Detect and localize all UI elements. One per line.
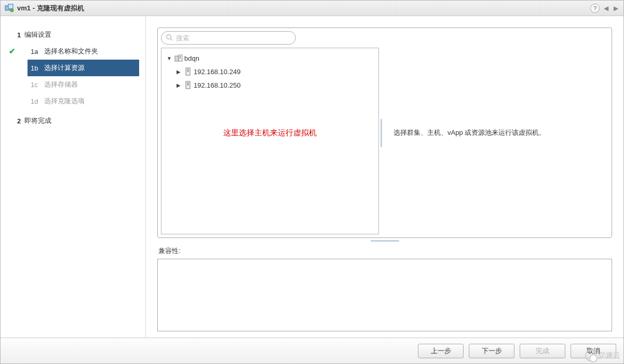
collapse-icon[interactable]: ▼ (166, 55, 173, 61)
step-2: 2 即将完成 (1, 113, 145, 129)
tree-column: ▼ bdqn ▶ 192. (161, 31, 379, 234)
search-icon (166, 34, 173, 43)
help-button[interactable]: ? (590, 4, 600, 13)
wizard-sidebar: 1 编辑设置 ✔ 1a 选择名称和文件夹 1b 选择计算资源 (1, 16, 146, 338)
tree-host-node[interactable]: ▶ 192.168.10.249 (173, 65, 376, 78)
substep-1b-label: 选择计算资源 (44, 63, 85, 73)
checkmark-icon: ✔ (7, 47, 17, 56)
substep-1c-label: 选择存储器 (44, 80, 78, 89)
dialog-body: 1 编辑设置 ✔ 1a 选择名称和文件夹 1b 选择计算资源 (1, 16, 623, 338)
svg-point-3 (167, 35, 171, 39)
substep-1b[interactable]: 1b 选择计算资源 (1, 60, 145, 76)
tree-datacenter-node[interactable]: ▼ bdqn (164, 51, 376, 65)
compatibility-panel (157, 259, 612, 331)
substep-1b-num: 1b (31, 64, 44, 72)
step-2-label: 即将完成 (24, 116, 51, 125)
svg-rect-8 (180, 58, 181, 59)
horizontal-splitter[interactable] (157, 238, 612, 243)
annotation-text: 这里选择主机来运行虚拟机 (164, 128, 376, 138)
step-1-num: 1 (17, 31, 24, 39)
wizard-content: ▼ bdqn ▶ 192. (146, 16, 623, 338)
svg-rect-5 (175, 56, 179, 61)
substep-1d-label: 选择克隆选项 (44, 96, 85, 106)
substep-1c-num: 1c (31, 81, 44, 89)
datacenter-icon (174, 54, 183, 62)
nav-prev-icon[interactable]: ◀ (603, 5, 609, 12)
dialog-title: vm1 - 克隆现有虚拟机 (17, 4, 84, 13)
wizard-footer: 上一步 下一步 完成 取消 (1, 338, 623, 363)
vm-icon (5, 4, 14, 13)
substep-1a[interactable]: ✔ 1a 选择名称和文件夹 (1, 43, 145, 60)
resource-selection-panel: ▼ bdqn ▶ 192. (157, 27, 612, 238)
compatibility-label: 兼容性: (158, 246, 612, 256)
substep-1d-num: 1d (31, 97, 44, 105)
substep-1a-label: 选择名称和文件夹 (44, 47, 98, 56)
step-2-num: 2 (17, 117, 24, 125)
svg-rect-1 (8, 4, 13, 9)
titlebar-controls: ? ◀ ▶ (590, 4, 619, 13)
titlebar: vm1 - 克隆现有虚拟机 ? ◀ ▶ (1, 1, 623, 16)
search-input[interactable] (161, 31, 296, 45)
info-panel: 选择群集、主机、vApp 或资源池来运行该虚拟机。 (383, 31, 608, 234)
host-icon (183, 67, 193, 76)
tree-host2-label: 192.168.10.250 (194, 81, 240, 89)
step-1-label: 编辑设置 (24, 30, 51, 39)
tree-host-node[interactable]: ▶ 192.168.10.250 (173, 78, 376, 92)
substep-1a-num: 1a (31, 48, 44, 55)
vertical-splitter[interactable] (379, 31, 383, 234)
expand-icon[interactable]: ▶ (175, 82, 182, 88)
search-wrap (161, 31, 379, 45)
back-button[interactable]: 上一步 (418, 344, 464, 358)
svg-line-4 (170, 38, 172, 40)
svg-rect-7 (180, 56, 181, 57)
tree-root-label: bdqn (184, 54, 199, 62)
finish-button: 完成 (520, 344, 565, 358)
svg-point-2 (10, 9, 13, 12)
step-1[interactable]: 1 编辑设置 (1, 26, 145, 43)
tree-host1-label: 192.168.10.249 (194, 68, 240, 76)
next-button[interactable]: 下一步 (469, 344, 514, 358)
resource-tree[interactable]: ▼ bdqn ▶ 192. (161, 48, 379, 234)
substep-1c: 1c 选择存储器 (1, 76, 145, 93)
substep-1d: 1d 选择克隆选项 (1, 93, 145, 109)
clone-vm-dialog: vm1 - 克隆现有虚拟机 ? ◀ ▶ 1 编辑设置 ✔ 1a 选择名称和文件夹 (0, 0, 624, 364)
nav-next-icon[interactable]: ▶ (613, 5, 619, 12)
cancel-button[interactable]: 取消 (571, 344, 616, 358)
expand-icon[interactable]: ▶ (175, 69, 182, 75)
info-text: 选择群集、主机、vApp 或资源池来运行该虚拟机。 (394, 128, 546, 137)
host-icon (183, 81, 193, 89)
